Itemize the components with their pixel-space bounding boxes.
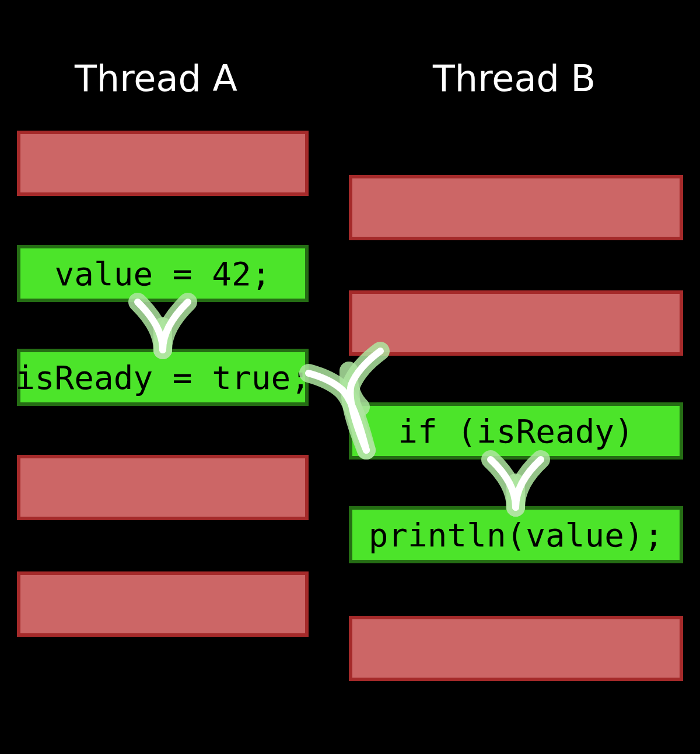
- thread-a-assign-isready: isReady = true;: [17, 349, 309, 406]
- thread-a-assign-value: value = 42;: [17, 245, 309, 302]
- thread-a-block-3: [17, 571, 309, 637]
- diagram-stage: Thread A Thread B value = 42; isReady = …: [0, 0, 700, 754]
- code-assign-value: value = 42;: [55, 255, 271, 293]
- connector-if-to-println: [491, 460, 541, 507]
- code-check-isready: if (isReady): [398, 412, 634, 450]
- code-assign-isready: isReady = true;: [15, 359, 310, 397]
- thread-a-block-2: [17, 455, 309, 520]
- thread-b-check-isready: if (isReady): [349, 402, 683, 460]
- thread-a-block-1: [17, 131, 309, 196]
- thread-b-block-3: [349, 616, 683, 681]
- thread-a-title: Thread A: [75, 57, 237, 100]
- thread-b-block-1: [349, 175, 683, 240]
- thread-b-print-value: println(value);: [349, 506, 683, 563]
- code-print-value: println(value);: [369, 516, 664, 554]
- thread-b-block-2: [349, 290, 683, 356]
- connector-value-to-isready: [138, 302, 188, 350]
- thread-b-title: Thread B: [433, 57, 596, 100]
